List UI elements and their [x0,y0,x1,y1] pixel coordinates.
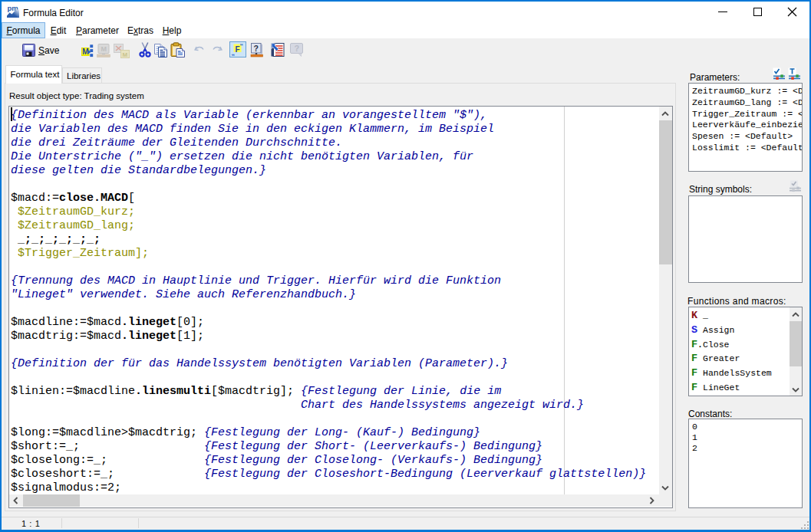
svg-text:?: ? [295,44,300,53]
svg-text:“: “ [240,43,244,50]
svg-text:M: M [82,48,88,56]
svg-text:M: M [101,45,107,53]
svg-text:M: M [123,51,128,58]
svg-text:„: „ [232,49,236,57]
svg-text:?: ? [254,44,259,53]
